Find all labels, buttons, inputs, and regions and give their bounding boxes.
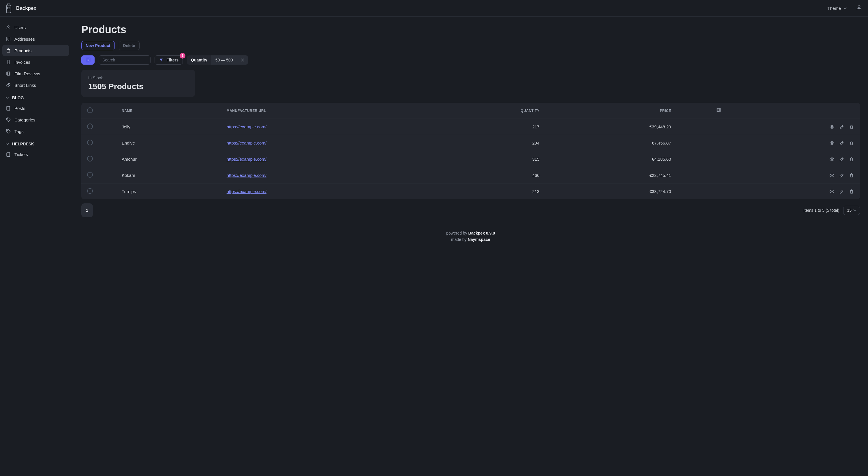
cell-quantity: 217 [425, 119, 545, 135]
edit-icon[interactable] [839, 124, 844, 129]
cell-name: Turnips [116, 183, 221, 200]
column-header-price[interactable]: Price [545, 103, 677, 119]
sidebar-item-label: Addresses [14, 37, 35, 41]
section-title: HELPDESK [12, 142, 34, 146]
sidebar-item-label: Products [14, 48, 31, 53]
products-table: Name Manufacturer URL Quantity Price Jel… [81, 103, 860, 199]
cell-name: Amchur [116, 151, 221, 167]
brand-name: Backpex [16, 5, 36, 11]
trash-icon[interactable] [849, 157, 854, 162]
cell-price: €4,185.60 [545, 151, 677, 167]
row-checkbox[interactable] [87, 172, 93, 178]
bag-icon [6, 48, 11, 53]
metric-label: In Stock [88, 76, 188, 80]
column-header-name[interactable]: Name [116, 103, 221, 119]
sidebar-item-label: Tickets [14, 152, 28, 157]
theme-selector[interactable]: Theme [827, 6, 848, 11]
applied-filter-value: 50 — 500 [211, 55, 237, 65]
row-checkbox[interactable] [87, 188, 93, 194]
trash-icon[interactable] [849, 189, 854, 194]
view-icon[interactable] [829, 173, 835, 178]
search-input[interactable] [99, 55, 151, 65]
made-by-prefix: made by [451, 237, 468, 242]
sidebar-item-short-links[interactable]: Short Links [2, 80, 69, 91]
row-checkbox[interactable] [87, 123, 93, 129]
cell-url-link[interactable]: https://example.com/ [227, 124, 267, 129]
cell-url-link[interactable]: https://example.com/ [227, 173, 267, 178]
filters-button[interactable]: Filters 1 [155, 55, 183, 65]
theme-label: Theme [827, 6, 841, 11]
sidebar-item-film-reviews[interactable]: Film Reviews [2, 68, 69, 79]
brand-logo-icon [4, 2, 13, 15]
select-all-checkbox[interactable] [87, 107, 93, 113]
column-header-url[interactable]: Manufacturer URL [221, 103, 425, 119]
tag-icon [6, 129, 11, 134]
edit-icon[interactable] [839, 189, 844, 194]
chart-icon [85, 57, 91, 63]
cell-quantity: 315 [425, 151, 545, 167]
edit-icon[interactable] [839, 157, 844, 162]
cell-quantity: 466 [425, 167, 545, 183]
columns-toggle-button[interactable] [716, 107, 721, 113]
column-header-quantity[interactable]: Quantity [425, 103, 545, 119]
link-icon [6, 83, 11, 88]
sidebar-item-addresses[interactable]: Addresses [2, 33, 69, 44]
sidebar-item-products[interactable]: Products [2, 45, 69, 56]
metric-value: 1505 Products [88, 82, 188, 91]
table-row: Amchur https://example.com/ 315 €4,185.6… [81, 151, 860, 167]
user-menu[interactable] [856, 5, 862, 12]
cell-price: €22,745.41 [545, 167, 677, 183]
sidebar-item-users[interactable]: Users [2, 22, 69, 33]
page-button-1[interactable]: 1 [81, 203, 93, 217]
cell-url-link[interactable]: https://example.com/ [227, 157, 267, 161]
view-icon[interactable] [829, 157, 835, 162]
funnel-icon [159, 58, 163, 62]
sidebar-item-label: Users [14, 25, 26, 30]
chevron-down-icon [5, 95, 10, 100]
sidebar-item-posts[interactable]: Posts [2, 103, 69, 114]
sidebar-item-tags[interactable]: Tags [2, 126, 69, 137]
sidebar-section-blog[interactable]: BLOG [2, 91, 69, 102]
metrics-toggle-button[interactable] [81, 55, 95, 65]
applied-filter-quantity: Quantity 50 — 500 [187, 55, 248, 65]
table-row: Jelly https://example.com/ 217 €39,448.2… [81, 119, 860, 135]
section-title: BLOG [12, 95, 24, 100]
chevron-down-icon [852, 208, 857, 213]
sidebar-item-categories[interactable]: Categories [2, 114, 69, 125]
cell-name: Kokam [116, 167, 221, 183]
edit-icon[interactable] [839, 173, 844, 178]
sidebar-item-label: Film Reviews [14, 71, 40, 76]
building-icon [6, 36, 11, 41]
close-icon [240, 57, 245, 63]
powered-by-prefix: powered by [446, 231, 468, 235]
sidebar-section-helpdesk[interactable]: HELPDESK [2, 137, 69, 148]
svg-rect-10 [7, 7, 10, 9]
trash-icon[interactable] [849, 124, 854, 129]
trash-icon[interactable] [849, 173, 854, 178]
row-checkbox[interactable] [87, 140, 93, 145]
cell-url-link[interactable]: https://example.com/ [227, 189, 267, 194]
chevron-down-icon [843, 6, 848, 11]
metric-card-in-stock: In Stock 1505 Products [81, 70, 195, 97]
powered-by-name[interactable]: Backpex 0.9.0 [468, 231, 495, 235]
pagination-summary: Items 1 to 5 (5 total) [803, 208, 839, 213]
view-icon[interactable] [829, 141, 835, 146]
trash-icon[interactable] [849, 141, 854, 146]
row-checkbox[interactable] [87, 156, 93, 161]
sidebar-item-tickets[interactable]: Tickets [2, 149, 69, 160]
sidebar-item-invoices[interactable]: Invoices [2, 57, 69, 67]
brand[interactable]: Backpex [4, 2, 36, 15]
sidebar-item-label: Posts [14, 106, 25, 111]
view-icon[interactable] [829, 189, 835, 194]
sidebar-item-label: Short Links [14, 83, 36, 88]
edit-icon[interactable] [839, 141, 844, 146]
view-icon[interactable] [829, 124, 835, 129]
applied-filter-key: Quantity [187, 58, 211, 62]
new-product-button[interactable]: New Product [81, 41, 115, 50]
cell-price: €7,456.87 [545, 135, 677, 151]
cell-price: €33,724.70 [545, 183, 677, 200]
made-by-name[interactable]: Naymspace [468, 237, 490, 242]
remove-filter-button[interactable] [237, 55, 248, 65]
cell-url-link[interactable]: https://example.com/ [227, 141, 267, 145]
per-page-select[interactable]: 15 [843, 206, 860, 215]
